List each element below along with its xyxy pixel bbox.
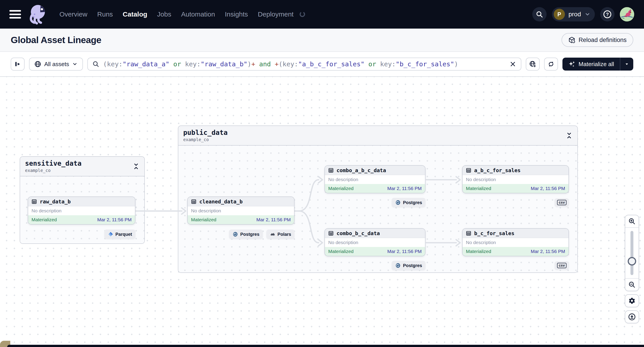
caret-down-icon (624, 61, 630, 67)
kind-tag-label: Postgres (240, 232, 260, 237)
download-circle-icon (628, 313, 636, 321)
asset-description: No description (462, 175, 568, 184)
asset-name: raw_data_b (40, 199, 70, 205)
loading-spinner-icon (300, 11, 305, 17)
search-icon (536, 10, 543, 18)
asset-node-b-c-for-sales[interactable]: b_c_for_sales No description Materialize… (462, 228, 569, 256)
kind-tag-label: Postgres (403, 200, 422, 205)
clear-search-button[interactable] (508, 60, 517, 68)
csv-icon: csv (557, 263, 566, 268)
globe-icon (34, 61, 41, 67)
zoom-in-button[interactable] (625, 215, 639, 228)
reload-definitions-button[interactable]: Reload definitions (562, 33, 633, 47)
kind-tag-label: Parquet (116, 232, 132, 237)
filter-toolbar: All assets (key:"raw_data_a" or key:"raw… (0, 52, 644, 77)
asset-node-combo-b-c-data[interactable]: combo_b_c_data No description Materializ… (324, 228, 426, 256)
magnifier-icon (92, 60, 100, 68)
kind-tag-postgres[interactable]: Postgres (392, 261, 426, 270)
polars-bear-icon (270, 231, 276, 237)
help-icon: ? (603, 10, 612, 19)
asset-node-raw-data-b[interactable]: raw_data_b No description MaterializedMa… (28, 197, 136, 225)
kind-tag-polars[interactable]: Polars (266, 230, 294, 239)
asset-node-cleaned-data-b[interactable]: cleaned_data_b No description Materializ… (187, 197, 294, 225)
materialize-all-split-button: Materialize all (562, 58, 633, 70)
asset-scope-dropdown[interactable]: All assets (29, 58, 83, 70)
user-avatar[interactable] (620, 7, 634, 21)
help-button[interactable]: ? (600, 7, 614, 21)
materialized-timestamp[interactable]: Mar 2, 11:56 PM (387, 186, 422, 191)
close-icon (510, 61, 516, 67)
graph-settings-button[interactable] (625, 294, 639, 307)
group-header[interactable]: sensitive_data example_co (20, 157, 144, 176)
asset-node-a-b-c-for-sales[interactable]: a_b_c_for_sales No description Materiali… (462, 165, 569, 193)
nav-item-jobs[interactable]: Jobs (157, 10, 171, 18)
refresh-graph-button[interactable] (544, 58, 558, 70)
globe-plus-icon (529, 60, 536, 68)
nav-item-deployment[interactable]: Deployment (258, 10, 294, 18)
postgres-icon (232, 231, 238, 237)
nav-item-automation[interactable]: Automation (181, 10, 215, 18)
dagster-logo-icon[interactable] (27, 3, 48, 25)
table-grid-icon (328, 167, 334, 173)
zoom-slider-track[interactable] (630, 231, 634, 275)
nav-item-catalog[interactable]: Catalog (123, 10, 147, 18)
environment-name: prod (568, 11, 581, 18)
table-grid-icon (191, 199, 197, 205)
navbar-right-cluster: P prod ? (532, 7, 634, 21)
postgres-icon (395, 200, 401, 205)
kind-tag-parquet[interactable]: Parquet (104, 230, 136, 239)
group-header[interactable]: public_data example_co (178, 126, 578, 146)
materialized-timestamp[interactable]: Mar 2, 11:56 PM (531, 186, 565, 191)
materialized-timestamp[interactable]: Mar 2, 11:56 PM (531, 249, 565, 254)
materialize-options-button[interactable] (620, 58, 633, 70)
nav-item-runs[interactable]: Runs (97, 10, 113, 18)
parquet-icon (108, 231, 114, 237)
asset-search-input[interactable]: (key:"raw_data_a" or key:"raw_data_b")+ … (87, 58, 521, 70)
asset-description: No description (325, 238, 425, 247)
kind-tag-csv[interactable]: csv (554, 261, 569, 270)
materialized-timestamp[interactable]: Mar 2, 11:56 PM (387, 249, 422, 254)
sparkles-icon (568, 60, 576, 68)
kind-tag-csv[interactable]: csv (554, 198, 569, 207)
search-button[interactable] (532, 7, 546, 21)
materialized-status: Materialized (328, 186, 354, 191)
kind-tag-postgres[interactable]: Postgres (392, 198, 426, 207)
download-graph-button[interactable] (625, 310, 639, 323)
page-header: Global Asset Lineage Reload definitions (0, 28, 644, 52)
zoom-slider (625, 228, 639, 278)
zoom-controls (625, 215, 639, 291)
asset-description: No description (188, 206, 294, 215)
asset-kind-tags: csv (554, 198, 569, 207)
materialized-status: Materialized (466, 249, 491, 254)
cardinal-bird-avatar-icon (620, 7, 634, 21)
zoom-slider-knob[interactable] (628, 257, 636, 266)
nav-item-insights[interactable]: Insights (225, 10, 248, 18)
chevron-down-icon (584, 11, 590, 17)
open-sidebar-button[interactable] (11, 58, 24, 70)
materialized-timestamp[interactable]: Mar 2, 11:56 PM (256, 217, 291, 222)
asset-kind-tags: Postgres (392, 261, 426, 270)
group-location: example_co (25, 168, 140, 173)
table-grid-icon (466, 230, 472, 236)
chevron-down-icon (72, 61, 78, 67)
hamburger-menu-icon[interactable] (10, 10, 21, 18)
svg-text:?: ? (606, 12, 609, 17)
kind-tag-postgres[interactable]: Postgres (229, 230, 263, 239)
asset-description: No description (28, 206, 135, 215)
materialized-timestamp[interactable]: Mar 2, 11:56 PM (97, 217, 132, 222)
materialized-status: Materialized (191, 217, 216, 222)
collapse-group-icon[interactable] (566, 132, 572, 139)
view-full-graph-button[interactable] (526, 58, 540, 70)
materialize-all-button[interactable]: Materialize all (562, 58, 620, 70)
collapse-group-icon[interactable] (133, 163, 140, 170)
asset-kind-tags: Parquet (104, 230, 136, 239)
reload-definitions-label: Reload definitions (578, 37, 626, 43)
asset-kind-tags: Postgres Polars (229, 230, 294, 239)
zoom-out-button[interactable] (625, 278, 639, 291)
zoom-in-icon (628, 218, 636, 225)
nav-item-overview[interactable]: Overview (60, 10, 87, 18)
materialize-all-label: Materialize all (578, 61, 614, 68)
primary-nav: Overview Runs Catalog Jobs Automation In… (60, 10, 305, 18)
environment-switcher[interactable]: P prod (552, 7, 595, 21)
asset-node-combo-a-b-c-data[interactable]: combo_a_b_c_data No description Material… (324, 165, 426, 193)
